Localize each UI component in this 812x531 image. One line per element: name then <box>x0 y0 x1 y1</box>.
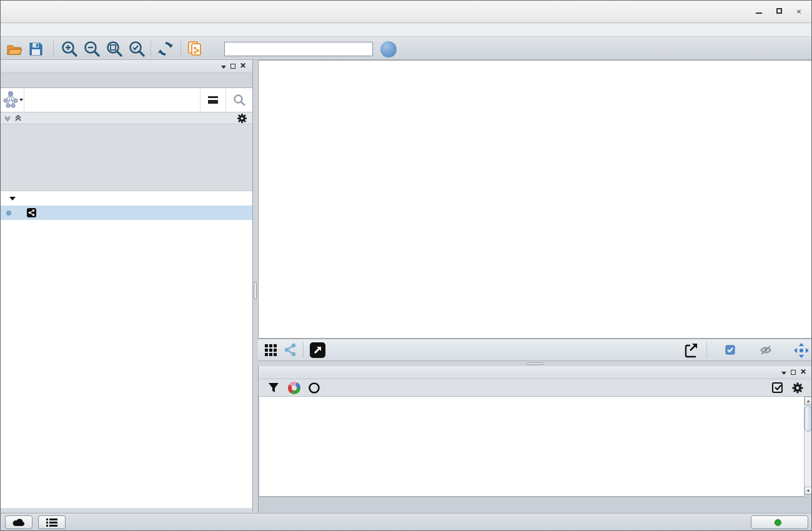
share-network-icon[interactable] <box>283 342 298 360</box>
minimize-button[interactable] <box>754 7 764 17</box>
import-network-icon[interactable] <box>187 40 204 57</box>
control-panel-header: ✕ <box>1 60 252 73</box>
selected-nodes-badge <box>725 345 736 358</box>
checkbox-icon <box>725 345 736 355</box>
current-network-dot <box>6 211 11 216</box>
panel-menu-icon[interactable] <box>781 372 786 375</box>
panel-menu-icon[interactable] <box>221 66 226 69</box>
memory-status-dot <box>775 519 781 526</box>
control-panel: ✕ <box>1 60 253 512</box>
settings-gear-icon[interactable] <box>237 113 247 124</box>
network-row[interactable] <box>1 206 252 220</box>
string-search-bar <box>1 88 252 112</box>
network-selection-row <box>1 112 252 124</box>
export-network-icon[interactable] <box>683 342 701 361</box>
zoom-fit-icon[interactable] <box>106 40 123 57</box>
search-icon <box>233 94 245 106</box>
table-splitter[interactable] <box>258 361 812 366</box>
scroll-down-button[interactable]: ▼ <box>805 487 812 495</box>
table-header-row <box>259 397 804 407</box>
title-bar[interactable]: × <box>1 1 811 23</box>
tree-expand-arrow-icon[interactable] <box>9 197 16 201</box>
chevron-down-icon <box>19 99 23 101</box>
main-toolbar <box>1 37 811 60</box>
network-view[interactable] <box>258 60 812 339</box>
maximize-button[interactable] <box>774 7 784 17</box>
string-options-menu[interactable] <box>200 88 225 112</box>
menu-bar <box>1 23 811 37</box>
scroll-up-button[interactable]: ▲ <box>805 397 812 405</box>
network-toolbar <box>258 339 812 361</box>
open-session-icon[interactable] <box>6 40 23 57</box>
panel-splitter[interactable] <box>253 60 258 512</box>
panel-float-icon[interactable] <box>230 64 235 69</box>
select-all-icon[interactable] <box>771 382 784 394</box>
refresh-icon[interactable] <box>157 40 174 57</box>
donut-chart-icon[interactable] <box>287 381 301 395</box>
enrichment-table[interactable] <box>259 396 805 497</box>
save-session-icon[interactable] <box>27 40 44 57</box>
filter-icon[interactable] <box>267 382 280 394</box>
network-tree <box>1 191 252 508</box>
enrichment-toolbar <box>259 379 812 397</box>
string-logo-icon <box>1 88 24 112</box>
string-search-button[interactable] <box>225 88 252 112</box>
hidden-eye-icon <box>760 345 772 358</box>
cloud-icon <box>11 517 26 527</box>
birdseye-toggle-icon[interactable] <box>793 342 810 361</box>
hamburger-icon <box>208 96 218 104</box>
string-logo-dropdown[interactable] <box>1 88 24 112</box>
search-input[interactable] <box>224 42 373 56</box>
application-window: × <box>0 0 812 531</box>
table-tabs <box>259 497 812 513</box>
table-panel-header: ✕ <box>259 366 812 379</box>
panel-float-icon[interactable] <box>791 370 796 375</box>
settings-gear-icon[interactable] <box>791 382 804 394</box>
string-network-icon <box>27 208 36 217</box>
splitter-grip[interactable] <box>527 362 543 365</box>
scrollbar-thumb[interactable] <box>805 405 812 432</box>
splitter-grip[interactable] <box>254 282 257 299</box>
zoom-out-icon[interactable] <box>83 40 101 57</box>
network-canvas[interactable] <box>259 61 812 339</box>
table-panel: ✕ ▲ ▼ <box>258 366 812 513</box>
help-icon[interactable] <box>380 41 397 57</box>
task-history-button[interactable] <box>38 515 66 529</box>
collapse-expand-icons[interactable] <box>3 112 28 124</box>
ring-chart-icon[interactable] <box>307 381 321 395</box>
panel-close-icon[interactable]: ✕ <box>800 368 809 375</box>
memory-button[interactable] <box>751 515 808 529</box>
status-bar <box>1 513 811 530</box>
network-collection-row[interactable] <box>1 191 252 206</box>
automation-cloud-button[interactable] <box>5 515 32 529</box>
grid-view-icon[interactable] <box>264 342 279 360</box>
table-scrollbar[interactable]: ▲ ▼ <box>804 396 812 495</box>
close-button[interactable]: × <box>794 7 804 17</box>
zoom-selected-icon[interactable] <box>128 40 146 57</box>
control-panel-tabs <box>1 73 252 88</box>
panel-close-icon[interactable]: ✕ <box>240 62 249 69</box>
open-in-window-icon[interactable] <box>309 342 326 361</box>
zoom-in-icon[interactable] <box>61 40 78 57</box>
task-list-icon <box>46 517 58 527</box>
